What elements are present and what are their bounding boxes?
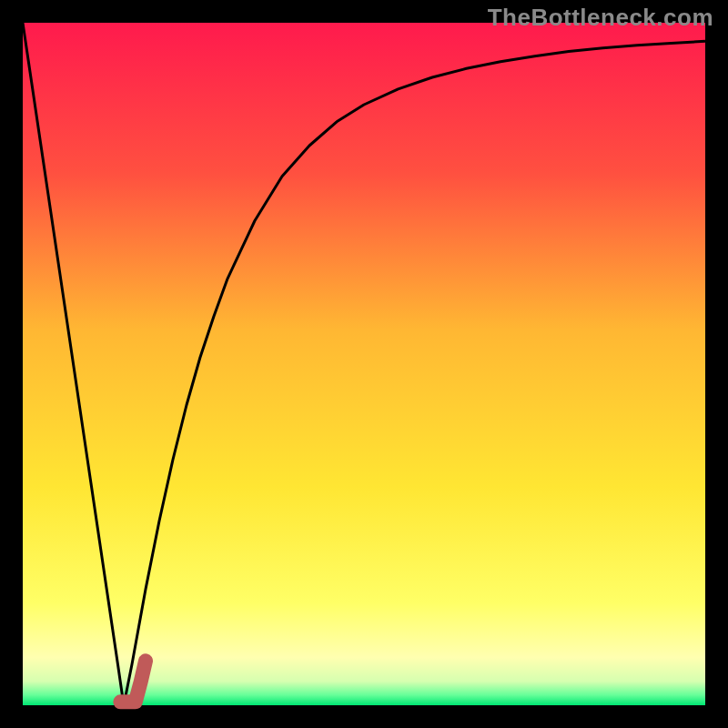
chart-svg — [0, 0, 728, 728]
watermark-text: TheBottleneck.com — [488, 4, 713, 32]
plot-background — [23, 23, 705, 705]
chart-frame: { "watermark": "TheBottleneck.com", "col… — [0, 0, 728, 728]
